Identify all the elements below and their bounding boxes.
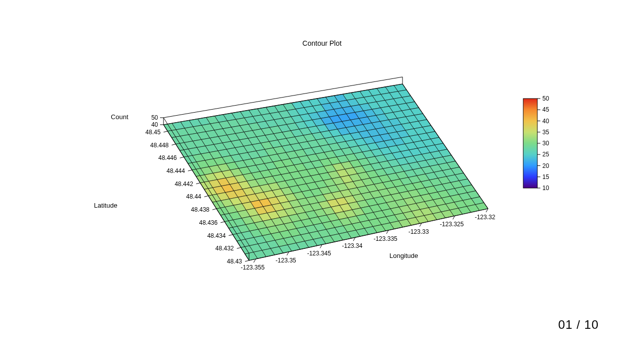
page-counter: 01 / 10 [558, 318, 599, 332]
svg-text:48.43: 48.43 [227, 258, 242, 265]
svg-text:48.444: 48.444 [167, 167, 185, 174]
svg-text:30: 30 [542, 140, 549, 147]
svg-text:48.448: 48.448 [150, 142, 169, 149]
svg-text:-123.35: -123.35 [276, 257, 296, 264]
svg-text:-123.355: -123.355 [241, 264, 265, 271]
svg-text:15: 15 [542, 173, 549, 180]
svg-text:45: 45 [542, 106, 549, 113]
svg-text:40: 40 [542, 118, 549, 125]
svg-text:48.438: 48.438 [191, 206, 210, 213]
svg-line-618 [229, 235, 233, 236]
svg-text:Count: Count [111, 113, 128, 121]
svg-text:Latitude: Latitude [94, 202, 117, 209]
svg-text:40: 40 [151, 121, 158, 128]
contour-plot: -123.355-123.35-123.345-123.34-123.335-1… [0, 0, 644, 362]
svg-text:48.44: 48.44 [186, 193, 201, 200]
svg-line-620 [220, 222, 224, 223]
svg-text:Longitude: Longitude [389, 252, 418, 259]
svg-line-622 [212, 209, 216, 210]
svg-line-630 [180, 157, 184, 158]
svg-text:48.432: 48.432 [215, 245, 234, 252]
svg-text:48.446: 48.446 [158, 154, 177, 161]
svg-rect-642 [523, 99, 537, 188]
svg-line-632 [172, 144, 176, 145]
svg-text:-123.33: -123.33 [409, 228, 429, 235]
svg-line-624 [204, 196, 208, 197]
svg-text:48.45: 48.45 [145, 129, 160, 136]
colorbar: 101520253035404550 [523, 95, 549, 192]
svg-text:50: 50 [542, 95, 549, 102]
svg-text:-123.335: -123.335 [373, 235, 397, 242]
svg-text:-123.345: -123.345 [307, 250, 331, 257]
svg-line-626 [196, 183, 200, 184]
svg-text:-123.325: -123.325 [440, 221, 464, 228]
svg-text:25: 25 [542, 151, 549, 158]
svg-text:10: 10 [542, 185, 549, 192]
svg-text:50: 50 [151, 114, 158, 121]
svg-text:-123.34: -123.34 [342, 242, 363, 249]
svg-text:48.442: 48.442 [175, 180, 193, 188]
svg-text:48.436: 48.436 [199, 219, 218, 226]
svg-line-616 [237, 247, 241, 248]
svg-text:48.434: 48.434 [207, 232, 226, 239]
svg-text:-123.32: -123.32 [475, 214, 496, 221]
svg-line-614 [245, 260, 249, 261]
svg-line-628 [188, 170, 192, 171]
svg-text:20: 20 [542, 162, 549, 169]
svg-text:35: 35 [542, 129, 549, 136]
svg-line-634 [164, 131, 168, 132]
